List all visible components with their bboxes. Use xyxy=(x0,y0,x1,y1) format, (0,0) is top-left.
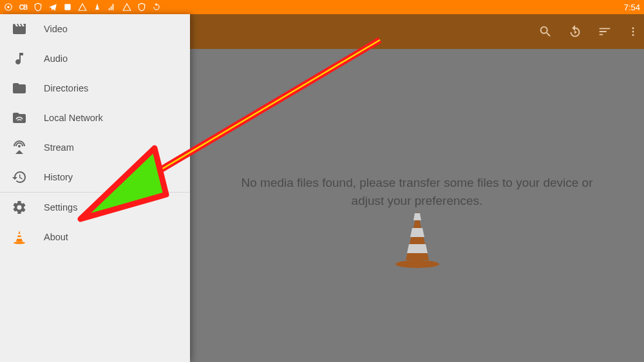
drawer-item-label: Video xyxy=(44,24,68,34)
status-triangle-icon xyxy=(78,3,87,12)
svg-point-1 xyxy=(632,27,634,29)
sort-icon[interactable] xyxy=(598,24,612,39)
svg-rect-7 xyxy=(17,234,21,236)
drawer-item-label: Stream xyxy=(44,142,74,153)
vlc-cone-small-icon xyxy=(12,229,27,245)
status-refresh-icon xyxy=(152,3,161,12)
svg-rect-8 xyxy=(17,237,22,239)
drawer-item-stream[interactable]: Stream xyxy=(0,133,190,162)
drawer-item-label: Settings xyxy=(44,202,77,213)
status-bar: CB 7:54 xyxy=(0,0,644,14)
status-cb-icon: CB xyxy=(19,3,28,12)
search-icon[interactable] xyxy=(538,24,553,39)
status-bar-left: CB xyxy=(4,3,161,12)
drawer-item-label: Directories xyxy=(44,83,88,93)
svg-point-4 xyxy=(395,260,439,268)
drawer-item-settings[interactable]: Settings xyxy=(0,193,190,222)
svg-rect-11 xyxy=(64,4,70,10)
navigation-drawer: Video Audio Directories Local Network St… xyxy=(0,14,190,362)
status-bar-right: 7:54 xyxy=(624,3,640,12)
status-shield2-icon xyxy=(137,3,146,12)
empty-line1: No media files found, please transfer so… xyxy=(242,176,593,189)
drawer-item-about[interactable]: About xyxy=(0,222,190,252)
vlc-cone-icon xyxy=(190,209,644,268)
drawer-item-label: History xyxy=(44,172,73,182)
folder-icon xyxy=(12,81,27,96)
drawer-item-local-network[interactable]: Local Network xyxy=(0,103,190,133)
video-icon xyxy=(12,21,27,37)
status-time: 7:54 xyxy=(624,3,640,12)
status-shield-icon xyxy=(33,3,43,12)
svg-point-2 xyxy=(632,31,634,33)
status-signal-icon xyxy=(108,3,117,12)
drawer-item-label: Local Network xyxy=(44,113,103,123)
stream-icon xyxy=(12,140,27,155)
status-vlc-icon xyxy=(93,3,102,12)
svg-marker-0 xyxy=(574,30,577,34)
drawer-item-audio[interactable]: Audio xyxy=(0,44,190,73)
drawer-item-label: Audio xyxy=(44,53,68,64)
svg-point-5 xyxy=(18,145,21,148)
status-app-icon xyxy=(63,3,72,12)
audio-icon xyxy=(12,51,27,66)
drawer-item-history[interactable]: History xyxy=(0,162,190,192)
svg-point-6 xyxy=(14,242,25,244)
drawer-item-directories[interactable]: Directories xyxy=(0,73,190,103)
drawer-item-label: About xyxy=(44,232,68,242)
status-triangle2-icon xyxy=(122,3,131,12)
empty-line2: adjust your preferences. xyxy=(352,194,483,207)
status-circle-icon xyxy=(4,3,13,12)
settings-icon xyxy=(12,200,27,215)
empty-state-message: No media files found, please transfer so… xyxy=(190,174,644,209)
last-played-icon[interactable] xyxy=(568,24,582,39)
status-telegram-icon xyxy=(48,3,57,12)
history-icon xyxy=(12,169,27,185)
drawer-item-video[interactable]: Video xyxy=(0,14,190,44)
svg-point-3 xyxy=(632,34,634,36)
svg-point-10 xyxy=(7,6,10,8)
more-icon[interactable] xyxy=(627,24,639,39)
network-folder-icon xyxy=(12,110,27,126)
